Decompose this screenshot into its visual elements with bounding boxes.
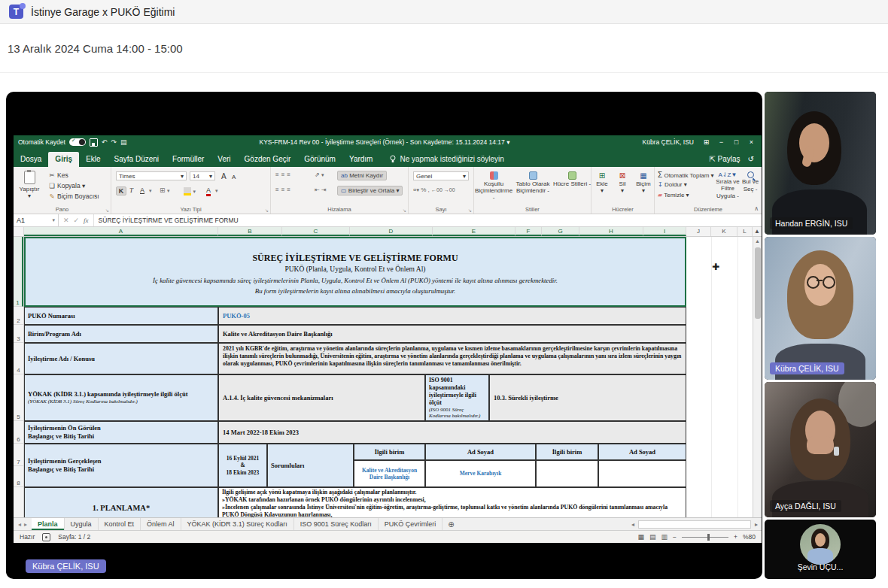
indent-buttons[interactable]: ⇤ ⇥ [315,186,327,193]
header-ad-soyad-1[interactable]: Ad Soyad [425,444,536,460]
tab-gozden-gecir[interactable]: Gözden Geçir [238,152,298,167]
col-F[interactable]: F [515,227,542,236]
redo-icon[interactable]: ↷ [111,138,117,146]
row-3[interactable]: 3 [14,325,23,343]
bold-button[interactable]: K [116,186,126,195]
fill-color-button[interactable]: ▾ [184,187,196,195]
tab-gorunum[interactable]: Görünüm [297,152,342,167]
label-puko-no[interactable]: PUKÖ Numarası [24,307,218,325]
wrap-text-button[interactable]: ab Metni Kaydır [337,171,387,180]
vertical-scroll-thumb[interactable] [755,247,761,319]
find-select-button[interactable]: Bul ve Seç - [739,171,762,192]
zoom-thumb[interactable] [707,534,710,541]
zoom-out-icon[interactable]: − [673,533,677,541]
enter-icon[interactable]: ✓ [74,217,80,224]
value-responsible-name-2[interactable] [598,460,686,487]
value-iso[interactable]: 10.3. Sürekli iyileştirme [489,374,686,421]
merge-center-button[interactable]: ▭ Birleştir ve Ortala ▾ [337,186,403,195]
alignment-dialog-launcher[interactable]: ↘ [403,208,406,213]
zoom-in-icon[interactable]: + [734,533,737,541]
col-K[interactable]: K [711,227,737,236]
account-user[interactable]: Kübra ÇELİK, ISU [642,138,694,146]
tab-giris[interactable]: Giriş [48,152,79,167]
horizontal-scroll-track[interactable] [638,520,751,529]
col-I[interactable]: I [643,227,686,236]
undo-icon[interactable]: ↶ [102,138,108,146]
accessibility-icon[interactable] [42,533,50,541]
value-puko-no[interactable]: PUKÖ-05 [218,307,686,325]
font-color-button[interactable]: A [206,186,211,196]
label-actual-dates[interactable]: İyileştirmenin Gerçekleşen Başlangıç ve … [24,444,218,487]
label-planlama[interactable]: 1. PLANLAMA* [24,487,218,517]
row-1[interactable]: 1 [14,237,23,307]
col-E[interactable]: E [433,227,515,236]
format-painter-button[interactable]: ✎Biçim Boyacısı [48,192,99,200]
shrink-font-button[interactable]: A [232,174,236,180]
copy-button[interactable]: ❏Kopyala ▾ [48,182,85,189]
col-J[interactable]: J [686,227,711,236]
sheet-tab-planla[interactable]: Planla [32,518,65,530]
font-size-select[interactable]: 14▾ [190,171,215,180]
horizontal-scrollbar[interactable]: ◂ ▸ [629,518,762,530]
cell-name-box[interactable]: A1▾ [14,214,59,226]
value-responsible-unit-1[interactable]: Kalite ve Akreditasyon Daire Başkanlığı [354,460,425,487]
label-yokak[interactable]: YÖKAK (KİDR 3.1.) kapsamında iyileştirme… [24,374,218,421]
tab-formuller[interactable]: Formüller [166,152,211,167]
row-2[interactable]: 2 [14,307,23,325]
underline-button[interactable]: A [140,186,144,194]
grow-font-button[interactable]: A [221,172,227,180]
tab-yardim[interactable]: Yardım [342,152,380,167]
tab-ekle[interactable]: Ekle [79,152,107,167]
normal-view-icon[interactable]: ▦ [638,533,645,541]
clear-button[interactable]: ▰ Temizle ▾ [658,192,689,199]
hscroll-left-icon[interactable]: ◂ [629,521,637,528]
tab-dosya[interactable]: Dosya [14,152,48,167]
col-L[interactable]: L [737,227,753,236]
video-tile-handan[interactable]: Handan ERGİN, ISU [765,92,876,235]
col-G[interactable]: G [542,227,579,236]
video-tile-ayca[interactable]: Ayça DAĞLI, ISU [765,382,876,517]
zoom-slider[interactable] [682,537,728,538]
value-unit[interactable]: Kalite ve Akreditasyon Daire Başkanlığı [218,325,686,343]
video-tile-kubra[interactable]: Kübra ÇELİK, ISU [765,237,876,380]
formula-input[interactable]: SÜREÇ İYİLEŞTİRME VE GELİŞTİRME FORMU [94,214,762,226]
tab-veri[interactable]: Veri [211,152,237,167]
label-iso[interactable]: ISO 9001 kapsamındaki iyileştirmeyle ilg… [425,374,489,421]
preview-icon[interactable]: ▤ [120,138,127,146]
autosave-toggle[interactable] [69,138,86,146]
select-all-corner[interactable] [14,227,24,236]
tab-sayfa-duzeni[interactable]: Sayfa Düzeni [108,152,166,167]
sheet-tab-onlem-al[interactable]: Önlem Al [141,518,181,530]
underline-dropdown[interactable]: ▾ [149,188,152,194]
horizontal-align-buttons[interactable]: ≡≡≡ [275,186,293,193]
page-break-icon[interactable]: ▥ [661,533,668,541]
font-name-select[interactable]: Times▾ [116,171,187,180]
vertical-align-buttons[interactable]: ≡≡≡ [275,171,293,178]
cell-styles-button[interactable]: Hücre Stilleri - [552,171,591,187]
format-as-table-button[interactable]: Tablo Olarak Biçimlendir - [513,171,552,194]
header-ilgili-birim-2[interactable]: İlgili birim [536,444,598,460]
sheet-nav-arrows[interactable]: ◂▸ [14,518,32,530]
fill-button[interactable]: ↧ Doldur ▾ [658,181,687,188]
sheet-tab-iso[interactable]: ISO 9001 Süreç Kodları [294,518,379,530]
row-7[interactable]: 7 [14,444,23,466]
share-button[interactable]: ⇱ Paylaş [709,155,740,163]
label-topic[interactable]: İyileştirme Adı / Konusu [24,343,218,374]
col-C[interactable]: C [282,227,350,236]
row-4[interactable]: 4 [14,343,23,374]
orientation-button[interactable]: ⇗ ▾ [315,171,324,178]
cut-button[interactable]: ✂Kes [48,171,68,179]
borders-icon[interactable]: ⊞ ▾ [160,186,170,194]
clipboard-dialog-launcher[interactable]: ↘ [105,208,109,213]
row-8[interactable]: 8 [14,466,23,487]
value-planlama[interactable]: İlgili gelişime açık yönü kapatmaya iliş… [218,487,686,517]
row-6[interactable]: 6 [14,421,23,444]
cell-form-header[interactable]: SÜREÇ İYİLEŞTİRME VE GELİŞTİRME FORMU PU… [24,237,686,307]
close-button[interactable]: × [746,138,757,146]
italic-button[interactable]: T [129,186,133,194]
font-color-dropdown[interactable]: ▾ [215,188,218,194]
sheet-tab-uygula[interactable]: Uygula [65,518,99,530]
sheet-tab-yokak[interactable]: YÖKAK (KİDR 3.1) Süreç Kodları [181,518,294,530]
label-unit[interactable]: Birim/Program Adı [24,325,218,343]
col-D[interactable]: D [350,227,433,236]
